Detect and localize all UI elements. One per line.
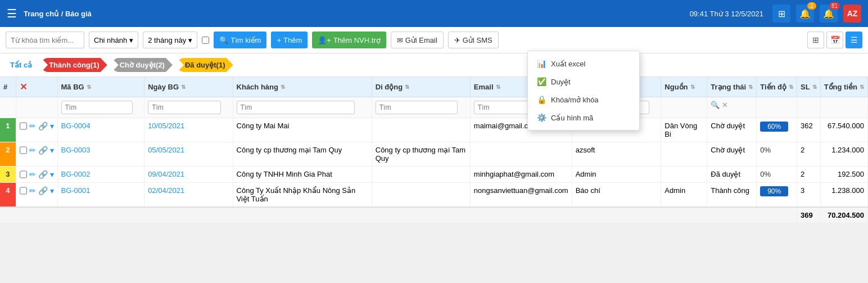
dropdown-item-icon: ⚙️: [537, 113, 546, 122]
table-body: 1 ✏ 🔗 ▾ BG-0004 10/05/2021 Công ty Mai M…: [0, 118, 868, 208]
topbar-title: Trang chủ / Báo giá: [24, 8, 92, 19]
mabg-link[interactable]: BG-0001: [61, 186, 91, 195]
view-list-btn[interactable]: ☰: [846, 32, 862, 48]
sr-ngaybg: [144, 97, 233, 118]
view-split-btn[interactable]: ⊞: [807, 32, 824, 48]
link-icon[interactable]: 🔗: [38, 122, 48, 131]
th-sl[interactable]: SL ⇅: [797, 77, 821, 97]
mabg-link[interactable]: BG-0002: [61, 170, 91, 178]
chevron-down-icon2: ▾: [188, 36, 192, 44]
edit-icon[interactable]: ✏: [29, 170, 36, 179]
row-checkbox[interactable]: [20, 186, 27, 195]
dropdown-item[interactable]: 🔒Khóa/mở khóa: [528, 91, 639, 109]
row-trangthai: Chờ duyệt: [707, 118, 757, 142]
chevron-down-row-icon[interactable]: ▾: [50, 186, 54, 195]
ngaybg-link[interactable]: 10/05/2021: [148, 122, 184, 130]
sr-check: [16, 97, 57, 118]
th-tongtien[interactable]: Tổng tiền ⇅: [820, 77, 867, 97]
home-link[interactable]: Trang chủ: [24, 10, 58, 18]
row-checkbox[interactable]: [20, 122, 27, 131]
row-tiendo: 0%: [757, 142, 797, 167]
row-nguoitao: azsoft: [572, 142, 661, 167]
th-didong[interactable]: Di động ⇅: [372, 77, 470, 97]
edit-icon[interactable]: ✏: [29, 122, 36, 131]
th-ngaybg[interactable]: Ngày BG ⇅: [144, 77, 233, 97]
search-button[interactable]: 🔍 Tìm kiếm: [214, 32, 266, 48]
th-khachhang[interactable]: Khách hàng ⇅: [233, 77, 372, 97]
link-icon[interactable]: 🔗: [38, 146, 48, 155]
alert-badge: 81: [829, 2, 840, 10]
clear-tt-icon[interactable]: ✕: [722, 101, 728, 109]
sms-button[interactable]: ✈ Gửi SMS: [448, 32, 499, 48]
tab-approved[interactable]: Đã duyệt(1): [177, 58, 233, 72]
dropdown-item[interactable]: 📊Xuất excel: [528, 55, 639, 73]
chevron-down-row-icon[interactable]: ▾: [50, 146, 54, 155]
period-select[interactable]: 2 tháng này ▾: [143, 32, 197, 48]
topbar: ☰ Trang chủ / Báo giá 09:41 Thứ 3 12/5/2…: [0, 0, 868, 27]
chevron-down-row-icon[interactable]: ▾: [50, 122, 54, 131]
row-ngaybg: 10/05/2021: [144, 118, 233, 142]
view-icons: ⊞ 📅 ☰: [807, 32, 862, 48]
row-sl: 3: [797, 183, 821, 208]
row-checkbox[interactable]: [20, 170, 27, 179]
email-button[interactable]: ✉ Gửi Email: [391, 32, 444, 48]
filter-checkbox[interactable]: [202, 37, 209, 44]
link-icon[interactable]: 🔗: [38, 170, 48, 179]
edit-icon[interactable]: ✏: [29, 146, 36, 155]
dropdown-item[interactable]: ✅Duyệt: [528, 73, 639, 91]
sort-totien-icon: ⇅: [860, 84, 864, 90]
tab-pending[interactable]: Chờ duyệt(2): [112, 58, 173, 72]
chevron-down-row-icon[interactable]: ▾: [50, 170, 54, 179]
link-icon[interactable]: 🔗: [38, 186, 48, 195]
row-nguoitao: Báo chí: [572, 183, 661, 208]
row-trangthai: Thành công: [707, 183, 757, 208]
row-sl: 2: [797, 167, 821, 183]
menu-icon[interactable]: ☰: [7, 7, 17, 20]
dropdown-menu: 📊Xuất excel✅Duyệt🔒Khóa/mở khóa⚙️Cấu hình…: [527, 51, 640, 131]
grid-icon-btn[interactable]: ⊞: [772, 5, 790, 23]
row-tiendo: 60%: [757, 118, 797, 142]
data-table: # ✕ Mã BG ⇅ Ngày BG ⇅ Khách hàng ⇅ Di độ…: [0, 77, 868, 223]
search-tt-icon[interactable]: 🔍: [711, 101, 720, 109]
th-tiendo[interactable]: Tiến độ ⇅: [757, 77, 797, 97]
view-calendar-btn[interactable]: 📅: [826, 32, 843, 48]
branch-select[interactable]: Chi nhánh ▾: [89, 32, 138, 48]
row-didong: [372, 167, 470, 183]
row-number: 2: [0, 142, 16, 167]
dropdown-item[interactable]: ⚙️Cấu hình mã: [528, 109, 639, 127]
mabg-link[interactable]: BG-0004: [61, 122, 91, 130]
tab-success[interactable]: Thành công(1): [41, 58, 107, 72]
sr-num: [0, 97, 16, 118]
row-checkbox[interactable]: [20, 146, 27, 155]
search-ngaybg[interactable]: [148, 101, 221, 114]
row-sl: 2: [797, 142, 821, 167]
alert-btn[interactable]: 🔔 81: [820, 5, 838, 23]
add-nvh-button[interactable]: 👤+ Thêm NVH.trợ: [312, 32, 386, 48]
table-header-row: # ✕ Mã BG ⇅ Ngày BG ⇅ Khách hàng ⇅ Di độ…: [0, 77, 868, 97]
add-btn-label: Thêm: [283, 36, 302, 44]
search-mabg[interactable]: [61, 101, 133, 114]
row-tiendo: 90%: [757, 183, 797, 208]
th-mabg[interactable]: Mã BG ⇅: [57, 77, 144, 97]
th-nguon[interactable]: Nguồn ⇅: [661, 77, 707, 97]
search-dd[interactable]: [376, 101, 458, 114]
ngaybg-link[interactable]: 05/05/2021: [148, 146, 184, 154]
edit-icon[interactable]: ✏: [29, 186, 36, 195]
avatar[interactable]: AZ: [843, 5, 861, 23]
add-button[interactable]: + Thêm: [271, 32, 308, 48]
search-kh[interactable]: [237, 101, 355, 114]
search-input[interactable]: [6, 32, 84, 48]
ngaybg-link[interactable]: 02/04/2021: [148, 186, 184, 195]
page-subtitle: Báo giá: [65, 10, 92, 18]
row-checkbox-cell: ✏ 🔗 ▾: [16, 142, 57, 167]
clear-all-icon[interactable]: ✕: [20, 82, 27, 92]
sort-nguon-icon: ⇅: [690, 84, 695, 90]
notification-bell-btn[interactable]: 🔔 2: [796, 5, 814, 23]
mabg-link[interactable]: BG-0003: [61, 146, 91, 154]
row-khachhang: Công ty TNHH Minh Gia Phat: [233, 167, 372, 183]
period-label: 2 tháng này: [148, 36, 186, 44]
th-trangthai[interactable]: Trạng thái ⇅: [707, 77, 757, 97]
tab-all[interactable]: Tất cả: [6, 59, 37, 71]
dropdown-item-label: Duyệt: [551, 78, 571, 86]
ngaybg-link[interactable]: 09/04/2021: [148, 170, 184, 178]
